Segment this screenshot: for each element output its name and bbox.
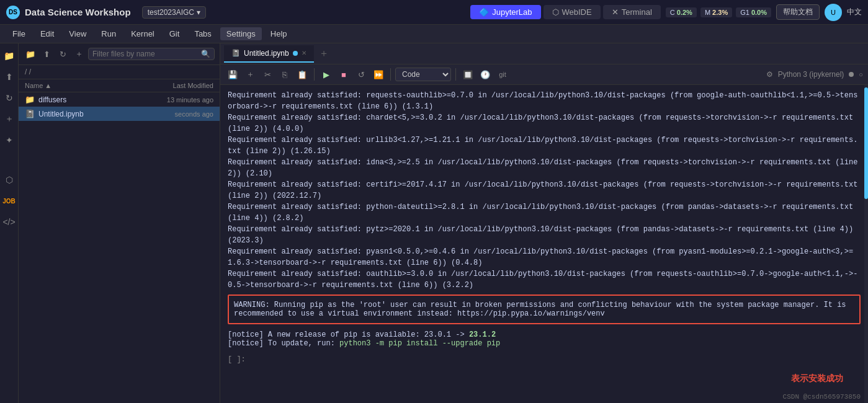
notice-line-2: [notice] To update, run: python3 -m pip …	[228, 339, 861, 348]
metrics-bar: C 0.2% M 2.3% G1 0.0%	[666, 7, 771, 17]
file-list-header: Name ▲ Last Modified	[19, 79, 220, 92]
notice1-arrow: ->	[451, 330, 469, 339]
upload-btn[interactable]: ⬆	[40, 47, 53, 61]
tab-jupyterlab[interactable]: 🔷 JupyterLab	[470, 5, 540, 19]
nav-tabs: 🔷 JupyterLab ⬡ WebIDE ✕ Terminal	[470, 5, 661, 19]
webide-icon: ⬡	[552, 7, 559, 17]
menu-view[interactable]: View	[63, 27, 92, 40]
tab-terminal[interactable]: ✕ Terminal	[603, 5, 661, 19]
menu-edit[interactable]: Edit	[34, 27, 60, 40]
sidebar-jobs-icon[interactable]: JOB	[2, 193, 17, 208]
mem-metric: M 2.3%	[700, 7, 732, 17]
file-panel: 📁 ⬆ ↻ ＋ 🔍 / / Name ▲ Last Modified 📁 dif…	[19, 43, 220, 403]
new-folder-btn[interactable]: 📁	[24, 47, 37, 61]
sidebar-new-icon[interactable]: ＋	[2, 112, 17, 126]
app-logo: DS	[6, 6, 20, 19]
notebook-toolbar: 💾 ＋ ✂ ⎘ 📋 ▶ ■ ↺ ⏩ Code Markdown Raw 🔲 🕐 …	[220, 64, 868, 85]
sidebar-upload-icon[interactable]: ⬆	[2, 69, 17, 84]
notice-section: [notice] A new release of pip is availab…	[228, 328, 861, 350]
file-row-diffusers[interactable]: 📁 diffusers 13 minutes ago	[19, 92, 220, 107]
topbar: DS Data Science Workshop test2023AIGC ▾ …	[0, 0, 868, 25]
env-selector[interactable]: test2023AIGC ▾	[142, 6, 206, 19]
refresh-btn[interactable]: ↻	[56, 47, 69, 61]
restart-btn[interactable]: ↺	[354, 67, 369, 82]
toolbar-separator-2	[390, 68, 391, 81]
new-file-btn[interactable]: ＋	[72, 47, 86, 61]
warning-text: WARNING: Running pip as the 'root' user …	[234, 301, 846, 318]
sidebar-code-icon[interactable]: </>	[2, 215, 17, 229]
chevron-down-icon: ▾	[197, 8, 200, 17]
menu-tabs[interactable]: Tabs	[188, 27, 217, 40]
tab-close-icon[interactable]: ✕	[302, 50, 306, 56]
sidebar-extensions-icon[interactable]: ⬡	[2, 172, 17, 187]
help-button[interactable]: 帮助文档	[776, 4, 820, 20]
menu-git[interactable]: Git	[163, 27, 186, 40]
file-panel-toolbar: 📁 ⬆ ↻ ＋ 🔍	[19, 43, 220, 65]
notebook-tab[interactable]: 📓 Untitled.ipynb ✕	[224, 45, 314, 63]
kernel-name: Python 3 (ipykernel)	[778, 70, 844, 79]
warning-box: WARNING: Running pip as the 'root' user …	[228, 294, 861, 324]
file-row-untitled[interactable]: 📓 Untitled.ipynb seconds ago	[19, 107, 220, 121]
run-btn[interactable]: ▶	[319, 67, 334, 82]
notice1-prefix: [notice] A new release of pip is availab…	[228, 330, 424, 339]
output-line-5: Requirement already satisfied: certifi>=…	[228, 179, 861, 202]
notice1-old-version: 23.0.1	[424, 330, 451, 339]
output-line-2: Requirement already satisfied: chardet<5…	[228, 112, 861, 135]
add-cell-btn[interactable]: ＋	[243, 67, 257, 82]
notice2-prefix: [notice] To update, run:	[228, 339, 339, 348]
clock-btn[interactable]: 🕐	[478, 67, 493, 82]
watermark: CSDN @csdn565973850	[783, 393, 861, 401]
search-input[interactable]	[92, 50, 201, 58]
user-avatar[interactable]: U	[825, 4, 842, 21]
toolbar-separator-1	[314, 68, 315, 81]
copy-btn[interactable]: ⎘	[277, 67, 292, 82]
file-list: 📁 diffusers 13 minutes ago 📓 Untitled.ip…	[19, 92, 220, 403]
sidebar-refresh-icon[interactable]: ↻	[2, 91, 17, 105]
cut-btn[interactable]: ✂	[260, 67, 275, 82]
menu-run[interactable]: Run	[95, 27, 122, 40]
cpu-metric: C 0.2%	[666, 7, 697, 17]
menu-kernel[interactable]: Kernel	[125, 27, 161, 40]
git-nb-btn[interactable]: git	[495, 67, 510, 82]
sidebar-files-icon[interactable]: 📁	[2, 48, 17, 63]
jupyterlab-icon: 🔷	[479, 7, 489, 17]
add-tab-button[interactable]: ＋	[314, 43, 334, 64]
file-name-untitled: Untitled.ipynb	[38, 110, 139, 118]
tab-webide[interactable]: ⬡ WebIDE	[544, 5, 601, 19]
code-check-btn[interactable]: 🔲	[460, 67, 475, 82]
sidebar-git-icon[interactable]: ✦	[2, 133, 17, 148]
file-modified-untitled: seconds ago	[139, 110, 213, 118]
cell-prompt: [ ]:	[228, 355, 253, 364]
sidebar-icons: 📁 ⬆ ↻ ＋ ✦ ⬡ JOB </>	[0, 43, 19, 403]
empty-input-cell: [ ]:	[228, 350, 861, 369]
kernel-info: ⚙ Python 3 (ipykernel) ○	[766, 70, 863, 79]
scrollbar-track	[864, 85, 868, 403]
terminal-icon: ✕	[612, 7, 619, 17]
kernel-status-indicator	[849, 72, 854, 77]
tab-terminal-label: Terminal	[622, 7, 652, 17]
env-name: test2023AIGC	[148, 8, 194, 17]
output-line-3: Requirement already satisfied: urllib3<1…	[228, 135, 861, 157]
paste-btn[interactable]: 📋	[295, 67, 310, 82]
language-selector[interactable]: 中文	[847, 7, 862, 17]
notice1-new-version: 23.1.2	[469, 330, 496, 339]
output-area[interactable]: Requirement already satisfied: requests-…	[220, 85, 868, 403]
cell-type-selector[interactable]: Code Markdown Raw	[395, 68, 451, 81]
save-btn[interactable]: 💾	[225, 67, 240, 82]
toolbar-separator-3	[455, 68, 456, 81]
file-modified-diffusers: 13 minutes ago	[139, 96, 213, 104]
menu-file[interactable]: File	[6, 27, 32, 40]
output-line-6: Requirement already satisfied: python-da…	[228, 202, 861, 224]
stop-btn[interactable]: ■	[336, 67, 351, 82]
install-success-note: 表示安装成功	[791, 373, 843, 384]
menu-help[interactable]: Help	[264, 27, 293, 40]
menu-settings[interactable]: Settings	[220, 27, 262, 40]
file-name-diffusers: diffusers	[38, 95, 139, 104]
output-line-9: Requirement already satisfied: oauthlib>…	[228, 268, 861, 291]
restart-run-btn[interactable]: ⏩	[371, 67, 386, 82]
notice-line-1: [notice] A new release of pip is availab…	[228, 330, 861, 339]
scrollbar-thumb[interactable]	[864, 87, 868, 199]
col-modified-header: Last Modified	[139, 82, 213, 89]
content-area: 📓 Untitled.ipynb ✕ ＋ 💾 ＋ ✂ ⎘ 📋 ▶ ■ ↺ ⏩ C…	[220, 43, 868, 403]
col-name-header[interactable]: Name ▲	[25, 82, 136, 89]
